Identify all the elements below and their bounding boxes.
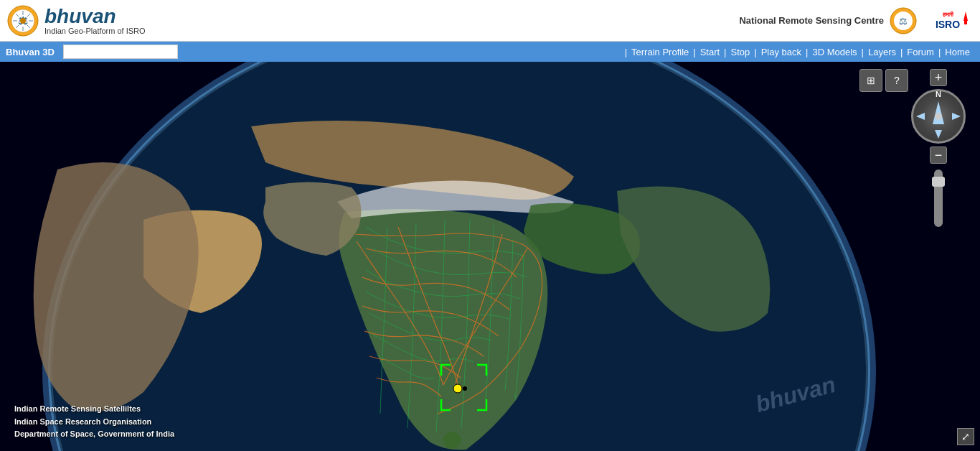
svg-point-3 (20, 18, 26, 24)
compass-left-icon (916, 113, 925, 120)
search-input[interactable] (63, 45, 178, 59)
navbar: Bhuvan 3D | Terrain Profile | Start | St… (0, 42, 980, 62)
bhuvan-logo: bhuvan Indian Geo-Platform of ISRO (44, 6, 146, 35)
compass-north-label: N (936, 90, 941, 98)
zoom-in-button[interactable]: + (930, 69, 947, 86)
nav-links: | Terrain Profile | Start | Stop | Play … (625, 47, 974, 57)
nav-app-title: Bhuvan 3D (6, 47, 55, 57)
nav-home[interactable]: Home (941, 47, 974, 57)
nav-start[interactable]: Start (696, 47, 724, 57)
compass-right-icon (952, 113, 961, 120)
tools-container: ⊞ ? (859, 69, 908, 92)
attribution-line2: Indian Space Research Organisation (14, 416, 174, 429)
attribution-line3: Department of Space, Government of India (14, 428, 174, 441)
search-icon (182, 45, 194, 57)
isro-logo-icon: हमारी ISRO (923, 8, 973, 33)
svg-text:ISRO: ISRO (936, 19, 960, 30)
compass-center-icon (935, 113, 942, 120)
svg-text:⚖: ⚖ (899, 16, 908, 27)
nav-3d-models[interactable]: 3D Models (808, 47, 861, 57)
nrsc-emblem-icon: ⚖ (890, 7, 917, 34)
svg-point-30 (453, 384, 462, 393)
zoom-slider[interactable] (934, 169, 943, 227)
compass[interactable]: N (911, 89, 966, 144)
header-left: ⚖ bhuvan Indian Geo-Platform of ISRO (7, 5, 146, 37)
header: ⚖ bhuvan Indian Geo-Platform of ISRO Nat… (0, 0, 980, 42)
svg-text:हमारी: हमारी (942, 11, 954, 18)
nav-forum[interactable]: Forum (903, 47, 938, 57)
attribution-line1: Indian Remote Sensing Satelliltes (14, 403, 174, 416)
svg-point-29 (443, 432, 461, 449)
search-button[interactable] (181, 45, 195, 59)
government-emblem-icon: ⚖ (7, 5, 39, 37)
bhuvan-title: bhuvan (44, 6, 146, 27)
attribution: Indian Remote Sensing Satelliltes Indian… (14, 403, 174, 441)
bhuvan-subtitle: Indian Geo-Platform of ISRO (44, 27, 146, 35)
nav-playback[interactable]: Play back (757, 47, 806, 57)
zoom-out-button[interactable]: − (930, 147, 947, 164)
svg-point-31 (463, 386, 467, 391)
nrsc-label: National Remote Sensing Centre (739, 15, 884, 26)
map-container[interactable]: bhuvan Indian Remote Sensing Satelliltes… (0, 62, 980, 451)
help-button[interactable]: ? (885, 69, 908, 92)
earth-globe (0, 62, 980, 451)
nav-terrain-profile[interactable]: Terrain Profile (627, 47, 693, 57)
header-right: National Remote Sensing Centre ⚖ हमारी I… (739, 7, 973, 34)
svg-line-21 (189, 52, 193, 56)
calculator-button[interactable]: ⊞ (859, 69, 882, 92)
svg-rect-19 (964, 21, 967, 24)
nav-layers[interactable]: Layers (864, 47, 900, 57)
compass-down-icon (935, 130, 942, 139)
nav-stop[interactable]: Stop (727, 47, 755, 57)
compass-container: + N − (911, 69, 966, 227)
expand-button[interactable]: ⤢ (957, 428, 974, 445)
zoom-slider-handle[interactable] (932, 177, 945, 187)
svg-point-20 (183, 46, 190, 53)
